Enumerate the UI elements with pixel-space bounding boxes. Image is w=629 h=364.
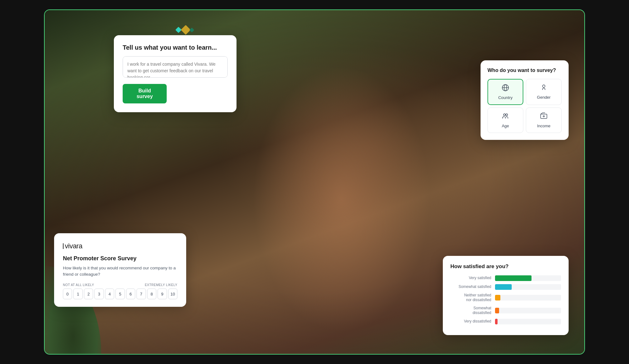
vivara-logo: vivara: [63, 242, 177, 250]
who-survey-card: Who do you want to survey? CountryGender…: [481, 60, 569, 140]
who-option-gender[interactable]: Gender: [526, 79, 562, 105]
who-option-label-gender: Gender: [537, 95, 550, 100]
svg-point-5: [506, 114, 508, 116]
satisfaction-bar-container: [495, 319, 561, 324]
who-option-label-income: Income: [537, 124, 551, 128]
gender-icon: [540, 84, 548, 92]
satisfaction-bars: Very satisfiedSomewhat satisfiedNeither …: [450, 275, 561, 324]
vivara-brand-name: vivara: [65, 242, 82, 250]
satisfaction-bar-container: [495, 284, 561, 290]
who-options-grid: CountryGenderAgeIncome: [487, 79, 562, 133]
nps-cell-1[interactable]: 1: [73, 289, 82, 299]
vivara-bar-icon: [63, 243, 64, 249]
satisfaction-title: How satisfied are you?: [450, 263, 561, 270]
satisfaction-label: Very dissatisfied: [450, 319, 491, 324]
satisfaction-bar-container: [495, 295, 561, 301]
satisfaction-row: Very dissatisfied: [450, 319, 561, 324]
svg-point-7: [543, 116, 544, 117]
satisfaction-bar-container: [495, 308, 561, 313]
sparkle-icons: [176, 26, 193, 33]
who-survey-title: Who do you want to survey?: [487, 67, 562, 74]
who-option-income[interactable]: Income: [526, 108, 562, 133]
satisfaction-row: Somewhat satisfied: [450, 284, 561, 290]
satisfaction-bar: [495, 319, 498, 324]
who-option-country[interactable]: Country: [487, 79, 523, 105]
nps-cell-8[interactable]: 8: [147, 289, 156, 299]
nps-question: How likely is it that you would recommen…: [63, 265, 177, 278]
nps-cell-2[interactable]: 2: [84, 289, 93, 299]
diamond-teal-icon: [175, 27, 181, 33]
survey-prompt-input[interactable]: [123, 56, 228, 78]
nps-card: vivara Net Promoter Score Survey How lik…: [54, 233, 186, 307]
cards-layer: Tell us what you want to learn... Build …: [45, 10, 584, 354]
nps-cell-9[interactable]: 9: [158, 289, 167, 299]
svg-rect-6: [541, 114, 547, 119]
nps-label-high: EXTREMELY LIKELY: [145, 283, 177, 287]
country-icon: [502, 84, 509, 93]
nps-cell-0[interactable]: 0: [63, 289, 72, 299]
satisfaction-bar: [495, 284, 512, 290]
build-survey-title: Tell us what you want to learn...: [123, 44, 228, 51]
satisfaction-bar: [495, 308, 499, 313]
nps-title: Net Promoter Score Survey: [63, 255, 177, 262]
satisfaction-label: Neither satisfied nor dissatisfied: [450, 293, 491, 303]
nps-cell-4[interactable]: 4: [105, 289, 114, 299]
nps-labels: NOT AT ALL LIKELY EXTREMELY LIKELY: [63, 283, 177, 287]
diamond-gold-icon: [181, 25, 190, 35]
nps-scale: 012345678910: [63, 289, 177, 299]
age-icon: [502, 112, 509, 121]
satisfaction-label: Somewhat satisfied: [450, 284, 491, 290]
who-option-age[interactable]: Age: [487, 108, 523, 133]
who-option-label-country: Country: [498, 95, 513, 100]
nps-cell-7[interactable]: 7: [136, 289, 146, 299]
who-option-label-age: Age: [502, 124, 509, 128]
build-survey-card: Tell us what you want to learn... Build …: [114, 35, 237, 112]
nps-cell-3[interactable]: 3: [94, 289, 103, 299]
main-container: Tell us what you want to learn... Build …: [44, 9, 585, 355]
satisfaction-label: Very satisfied: [450, 276, 491, 281]
build-survey-button[interactable]: Build survey: [123, 84, 167, 103]
satisfaction-row: Neither satisfied nor dissatisfied: [450, 293, 561, 303]
satisfaction-row: Very satisfied: [450, 275, 561, 281]
nps-label-low: NOT AT ALL LIKELY: [63, 283, 94, 287]
nps-cell-10[interactable]: 10: [168, 289, 177, 299]
satisfaction-bar: [495, 275, 532, 281]
income-icon: [540, 112, 548, 121]
nps-cell-6[interactable]: 6: [126, 289, 135, 299]
nps-cell-5[interactable]: 5: [115, 289, 125, 299]
satisfaction-bar: [495, 295, 500, 301]
diamond-small-icon: [189, 27, 194, 32]
satisfaction-bar-container: [495, 275, 561, 281]
satisfaction-card: How satisfied are you? Very satisfiedSom…: [443, 256, 569, 335]
satisfaction-label: Somewhat dissatisfied: [450, 306, 491, 316]
satisfaction-row: Somewhat dissatisfied: [450, 306, 561, 316]
svg-point-4: [504, 114, 505, 116]
svg-point-3: [543, 85, 545, 87]
